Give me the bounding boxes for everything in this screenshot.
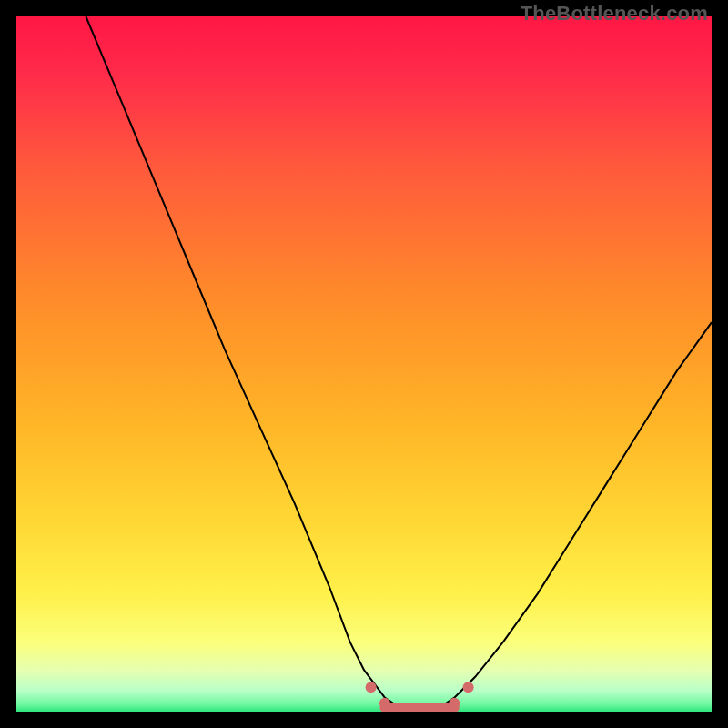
svg-point-2 — [379, 698, 390, 709]
plot-area — [16, 16, 712, 712]
svg-point-4 — [463, 682, 474, 693]
bottleneck-curve — [16, 16, 712, 712]
watermark-text: TheBottleneck.com — [521, 2, 708, 25]
svg-point-3 — [449, 698, 460, 709]
chart-frame: TheBottleneck.com — [0, 0, 728, 728]
svg-point-1 — [366, 682, 377, 693]
